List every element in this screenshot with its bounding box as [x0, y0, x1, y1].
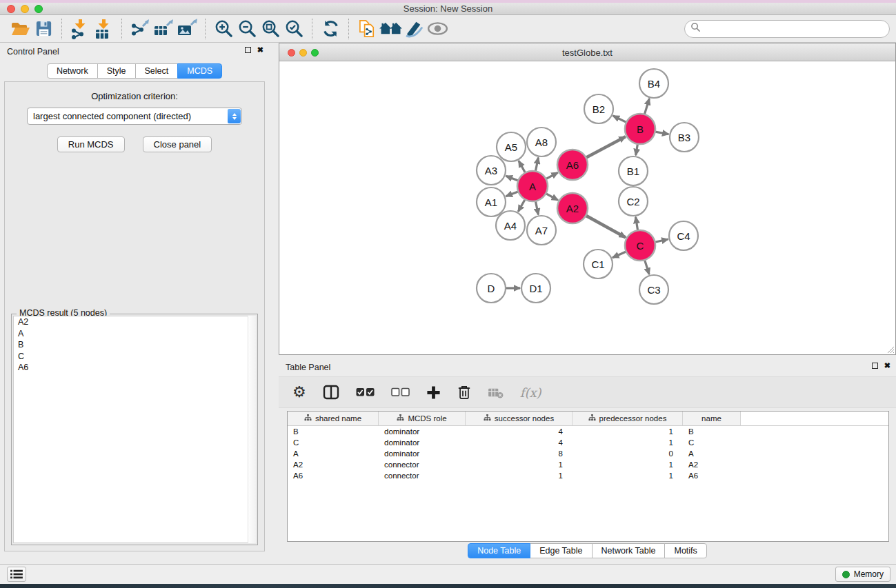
graph-edge-A2-C[interactable]	[585, 215, 626, 237]
split-panel-icon[interactable]	[323, 385, 339, 400]
list-icon	[10, 569, 23, 580]
table-cell: B	[288, 427, 379, 436]
tab-edge-table[interactable]: Edge Table	[530, 543, 592, 558]
criterion-select[interactable]: largest connected component (directed)	[27, 108, 242, 125]
graph-edge-A-A4[interactable]	[518, 199, 525, 212]
search-input[interactable]	[704, 22, 889, 36]
titlebar: Session: New Session	[0, 0, 896, 15]
table-row[interactable]: A2connector11A2	[288, 459, 888, 470]
mcds-result-item[interactable]: A2	[14, 316, 255, 328]
network-window-titlebar[interactable]: testGlobe.txt	[279, 43, 895, 61]
column-header-successor-nodes[interactable]: successor nodes	[466, 412, 573, 425]
memory-button[interactable]: Memory	[835, 567, 890, 582]
table-row[interactable]: Adominator80A	[288, 448, 888, 459]
tab-network[interactable]: Network	[47, 63, 98, 79]
delete-column-icon[interactable]	[457, 385, 471, 400]
refresh-icon[interactable]	[319, 17, 342, 41]
graph-edge-B-B2[interactable]	[613, 116, 627, 123]
control-panel: Control Panel ✖ Network Style Select MCD…	[0, 43, 269, 564]
graph-node-label: B1	[627, 165, 639, 177]
graph-edge-C-C1[interactable]	[613, 251, 627, 257]
column-header-name[interactable]: name	[683, 412, 741, 425]
table-row[interactable]: Bdominator41B	[288, 426, 888, 437]
close-panel-button[interactable]: Close panel	[143, 136, 212, 152]
network-canvas[interactable]: B4B2BB3A5A8A6B1A3AC2A1A2A4A7C4CC1DD1C3	[279, 61, 895, 354]
graph-edge-A-A3[interactable]	[506, 176, 519, 181]
export-table-icon[interactable]	[152, 17, 175, 41]
graph-edge-A-A1[interactable]	[506, 192, 519, 196]
select-all-icon[interactable]	[356, 387, 375, 397]
graph-edge-C-C3[interactable]	[644, 259, 649, 274]
result-scrollbar[interactable]	[248, 316, 256, 543]
tab-motifs[interactable]: Motifs	[664, 543, 706, 558]
graph-node-label: A	[529, 181, 536, 192]
tree-icon	[304, 414, 312, 423]
float-panel-icon[interactable]	[872, 363, 878, 369]
open-session-icon[interactable]	[8, 17, 32, 41]
tab-network-table[interactable]: Network Table	[592, 543, 666, 558]
column-header-shared-name[interactable]: shared name	[288, 412, 379, 425]
export-image-icon[interactable]	[175, 17, 199, 41]
mcds-result-item[interactable]: C	[14, 351, 255, 363]
show-hide-icon[interactable]	[426, 17, 449, 41]
export-network-icon[interactable]	[128, 17, 152, 41]
table-cell: A	[683, 449, 741, 458]
graph-edge-A6-B[interactable]	[586, 136, 626, 158]
fx-icon[interactable]: f(x)	[520, 385, 541, 400]
table-cell: 1	[573, 472, 683, 480]
graph-edge-C-C2[interactable]	[636, 217, 638, 232]
graph-edge-A-A5[interactable]	[519, 161, 526, 173]
add-column-icon[interactable]	[426, 385, 441, 400]
mcds-result-group: MCDS result (5 nodes) A2ABCA6	[11, 314, 258, 545]
table-cell: A2	[288, 460, 379, 469]
tab-mcds[interactable]: MCDS	[177, 63, 222, 79]
delete-table-icon[interactable]	[488, 387, 504, 398]
home-icon[interactable]	[379, 17, 402, 41]
table-toolbar: ⚙ f(x)	[279, 376, 896, 408]
statusbar: Memory	[0, 564, 896, 584]
table-cell: dominator	[379, 427, 466, 436]
mcds-result-item[interactable]: A	[14, 328, 255, 340]
table-panel: Table Panel ✖ ⚙	[279, 358, 896, 564]
resize-grip-icon[interactable]	[885, 344, 895, 354]
mcds-result-item[interactable]: B	[14, 339, 255, 351]
graph-edge-A-A8[interactable]	[535, 158, 538, 172]
search-field	[684, 20, 890, 38]
application-window: Session: New Session	[0, 0, 896, 588]
graph-edge-A-A6[interactable]	[546, 172, 558, 179]
table-row[interactable]: Cdominator41C	[288, 437, 888, 448]
close-panel-icon[interactable]: ✖	[257, 46, 263, 54]
graph-edge-B-B3[interactable]	[655, 132, 669, 134]
table-row[interactable]: A6connector11A6	[288, 470, 888, 481]
graph-edge-B-B1[interactable]	[636, 143, 638, 156]
column-header-predecessor-nodes[interactable]: predecessor nodes	[573, 412, 683, 425]
zoom-fit-icon[interactable]	[259, 17, 282, 41]
column-header-mcds-role[interactable]: MCDS role	[379, 412, 466, 425]
mcds-result-item[interactable]: A6	[14, 362, 255, 374]
save-session-icon[interactable]	[32, 17, 55, 41]
table-tabs: Node Table Edge Table Network Table Moti…	[279, 543, 896, 558]
zoom-selected-icon[interactable]	[282, 17, 306, 41]
import-network-icon[interactable]	[68, 17, 92, 41]
unselect-all-icon[interactable]	[391, 387, 410, 397]
zoom-in-icon[interactable]	[212, 17, 235, 41]
tab-node-table[interactable]: Node Table	[468, 543, 530, 558]
import-table-icon[interactable]	[92, 17, 115, 41]
hide-annotations-icon[interactable]	[402, 17, 426, 41]
zoom-out-icon[interactable]	[235, 17, 259, 41]
close-panel-icon[interactable]: ✖	[884, 362, 890, 369]
graph-edge-B-B4[interactable]	[644, 99, 649, 115]
gear-icon[interactable]: ⚙	[292, 385, 306, 400]
graph-edge-A-A2[interactable]	[545, 193, 558, 200]
graph-edge-A-A7[interactable]	[535, 201, 538, 215]
graph-node-label: B4	[648, 78, 660, 90]
run-mcds-button[interactable]: Run MCDS	[57, 136, 125, 152]
tab-select[interactable]: Select	[135, 63, 179, 79]
table-cell: connector	[379, 460, 466, 469]
graph-edge-C-C4[interactable]	[654, 239, 668, 242]
select-stepper-icon[interactable]	[228, 109, 241, 123]
tab-style[interactable]: Style	[97, 63, 136, 79]
float-panel-icon[interactable]	[245, 47, 251, 53]
clone-network-icon[interactable]	[355, 17, 379, 41]
task-history-button[interactable]	[7, 567, 26, 582]
